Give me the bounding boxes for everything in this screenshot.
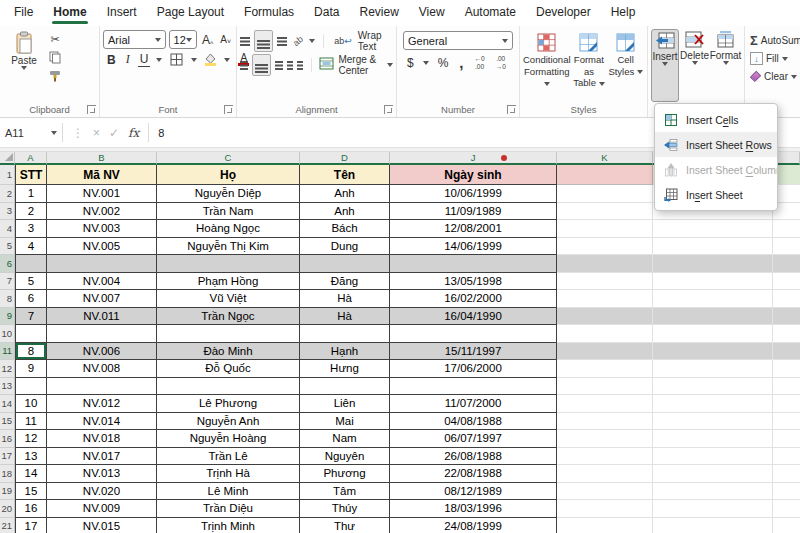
borders-button[interactable] xyxy=(168,53,185,66)
cell-B21[interactable]: NV.015 xyxy=(47,518,157,533)
cell-J2[interactable]: 10/06/1999 xyxy=(390,185,557,203)
cell-after-table-16-0[interactable] xyxy=(557,430,653,448)
cell-after-table-21-1[interactable] xyxy=(653,518,773,533)
active-cell-A11[interactable]: 8 xyxy=(15,343,47,361)
cell-J16[interactable]: 06/07/1997 xyxy=(390,430,557,448)
row-header-8[interactable]: 8 xyxy=(0,290,15,308)
underline-chevron-icon[interactable] xyxy=(156,58,162,62)
middle-align-icon[interactable] xyxy=(254,30,273,52)
cell-B1[interactable]: Mã NV xyxy=(47,165,157,185)
cell-B15[interactable]: NV.014 xyxy=(47,413,157,431)
cell-J18[interactable]: 22/08/1988 xyxy=(390,465,557,483)
row-header-19[interactable]: 19 xyxy=(0,483,15,501)
borders-chevron-icon[interactable] xyxy=(191,58,197,62)
cell-after-table-7-0[interactable] xyxy=(557,273,653,291)
cell-after-table-15-0[interactable] xyxy=(557,413,653,431)
tab-data[interactable]: Data xyxy=(304,0,349,26)
cell-A7[interactable]: 5 xyxy=(15,273,47,291)
fill-button[interactable]: ↓Fill xyxy=(750,50,797,67)
cell-after-table-6-2[interactable] xyxy=(773,255,800,273)
cell-after-table-14-2[interactable] xyxy=(773,395,800,413)
row-header-4[interactable]: 4 xyxy=(0,220,15,238)
align-right-icon[interactable] xyxy=(275,61,283,63)
cell-after-table-11-0[interactable] xyxy=(557,343,653,361)
number-format-select[interactable]: General xyxy=(403,31,513,50)
cell-after-table-7-2[interactable] xyxy=(773,273,800,291)
cell-B17[interactable]: NV.017 xyxy=(47,448,157,466)
top-align-icon[interactable] xyxy=(240,37,250,39)
tab-view[interactable]: View xyxy=(409,0,455,26)
cell-after-table-14-1[interactable] xyxy=(653,395,773,413)
cell-A20[interactable]: 16 xyxy=(15,500,47,518)
cell-J15[interactable]: 04/08/1988 xyxy=(390,413,557,431)
format-as-table-button[interactable]: Format as Table xyxy=(571,31,608,102)
tab-review[interactable]: Review xyxy=(349,0,408,26)
cut-icon[interactable]: ✂ xyxy=(49,32,61,47)
cell-after-table-16-2[interactable] xyxy=(773,430,800,448)
cell-B2[interactable]: NV.001 xyxy=(47,185,157,203)
cell-after-table-8-1[interactable] xyxy=(653,290,773,308)
cell-D3[interactable]: Anh xyxy=(300,203,390,221)
cell-A21[interactable]: 17 xyxy=(15,518,47,533)
cell-A8[interactable]: 6 xyxy=(15,290,47,308)
cell-after-table-19-0[interactable] xyxy=(557,483,653,501)
bold-button[interactable]: B xyxy=(105,53,118,67)
cell-D5[interactable]: Dung xyxy=(300,238,390,256)
cell-C16[interactable]: Nguyễn Hoàng xyxy=(157,430,300,448)
row-header-10[interactable]: 10 xyxy=(0,325,15,343)
column-header-J[interactable]: J xyxy=(390,152,557,165)
cell-C11[interactable]: Đào Minh xyxy=(157,343,300,361)
cell-after-table-13-0[interactable] xyxy=(557,378,653,396)
cell-J6[interactable] xyxy=(390,255,557,273)
delete-cells-ribbon-button[interactable]: Delete xyxy=(680,29,709,102)
tab-home[interactable]: Home xyxy=(43,0,96,26)
cell-J21[interactable]: 24/08/1999 xyxy=(390,518,557,533)
cell-B9[interactable]: NV.011 xyxy=(47,308,157,326)
merge-center-label[interactable]: Merge & Center xyxy=(338,54,383,76)
cell-A3[interactable]: 2 xyxy=(15,203,47,221)
cell-after-table-21-0[interactable] xyxy=(557,518,653,533)
cell-B7[interactable]: NV.004 xyxy=(47,273,157,291)
cell-B20[interactable]: NV.009 xyxy=(47,500,157,518)
cell-after-table-15-2[interactable] xyxy=(773,413,800,431)
cell-J13[interactable] xyxy=(390,378,557,396)
row-header-12[interactable]: 12 xyxy=(0,360,15,378)
increase-decimal-icon[interactable]: ←0.00 xyxy=(473,55,487,69)
cell-D17[interactable]: Nguyên xyxy=(300,448,390,466)
cell-D14[interactable]: Liên xyxy=(300,395,390,413)
cell-A12[interactable]: 9 xyxy=(15,360,47,378)
cell-D21[interactable]: Thư xyxy=(300,518,390,533)
cell-C6[interactable] xyxy=(157,255,300,273)
cell-C18[interactable]: Trịnh Hà xyxy=(157,465,300,483)
row-header-11[interactable]: 11 xyxy=(0,343,15,361)
decrease-decimal-icon[interactable]: .00→0 xyxy=(494,55,508,69)
cell-after-table-8-0[interactable] xyxy=(557,290,653,308)
row-header-20[interactable]: 20 xyxy=(0,500,15,518)
cell-after-table-18-1[interactable] xyxy=(653,465,773,483)
cell-A4[interactable]: 3 xyxy=(15,220,47,238)
paste-button[interactable]: Paste xyxy=(3,30,45,102)
cell-D1[interactable]: Tên xyxy=(300,165,390,185)
cell-A9[interactable]: 7 xyxy=(15,308,47,326)
cell-C5[interactable]: Nguyễn Thị Kim xyxy=(157,238,300,256)
cell-after-table-11-2[interactable] xyxy=(773,343,800,361)
cell-C1[interactable]: Họ xyxy=(157,165,300,185)
cell-A14[interactable]: 10 xyxy=(15,395,47,413)
cell-J3[interactable]: 11/09/1989 xyxy=(390,203,557,221)
cell-after-table-17-2[interactable] xyxy=(773,448,800,466)
cell-A19[interactable]: 15 xyxy=(15,483,47,501)
align-center-icon[interactable] xyxy=(252,54,271,76)
cell-J8[interactable]: 16/02/2000 xyxy=(390,290,557,308)
cell-D8[interactable]: Hà xyxy=(300,290,390,308)
cell-after-table-9-1[interactable] xyxy=(653,308,773,326)
wrap-text-label[interactable]: Wrap Text xyxy=(358,30,393,52)
cell-D7[interactable]: Đăng xyxy=(300,273,390,291)
row-header-18[interactable]: 18 xyxy=(0,465,15,483)
confirm-entry-icon[interactable]: ✓ xyxy=(109,126,119,140)
row-header-15[interactable]: 15 xyxy=(0,413,15,431)
cell-C19[interactable]: Lê Minh xyxy=(157,483,300,501)
cell-B5[interactable]: NV.005 xyxy=(47,238,157,256)
merge-center-icon[interactable] xyxy=(319,56,334,74)
grow-font-button[interactable]: A^ xyxy=(200,33,215,47)
cell-after-table-5-1[interactable] xyxy=(653,238,773,256)
